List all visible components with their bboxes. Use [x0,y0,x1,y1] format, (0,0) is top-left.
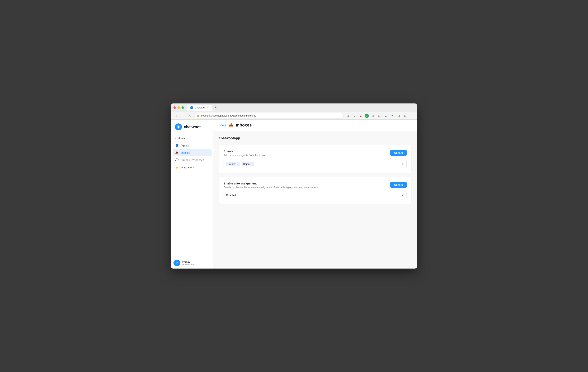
agents-section: Agents Add or remove agents from this in… [219,145,411,173]
sidebar-footer: P Pranav Administrator ⋮ [171,257,213,268]
logo-text: chatwoot [184,125,201,129]
extension-bars-button[interactable]: ⊟ [403,113,408,118]
address-bar-container: 🔒 [194,113,344,118]
close-button[interactable] [173,106,176,109]
svg-point-1 [178,126,179,128]
agent-tag-pranav: Pranav ✕ [226,162,240,166]
nav-bar: ‹ › ↻ 🔒 ⊡ 🛡 ▲ G ⊡ ⊡ Z ▼ ⊡ ⊟ ⋮ [171,112,417,120]
maximize-button[interactable] [181,106,184,109]
sidebar-item-label-canned: Canned Responses [181,159,204,162]
integrations-icon: ⚡ [175,166,179,169]
agent-tag-sojan-remove[interactable]: ✕ [251,163,252,165]
sidebar-item-inboxes[interactable]: 📥 Inboxes [173,149,212,156]
sidebar: chatwoot ‹ Home 👤 Agents 📥 Inboxes 💬 Ca [171,120,213,268]
auto-assignment-update-button[interactable]: Update [390,182,407,188]
sidebar-logo: chatwoot [171,120,213,135]
traffic-lights [173,106,184,109]
agent-tag-sojan: Sojan ✕ [242,162,254,166]
tab-bar: Chatwoot ✕ + [187,105,415,111]
inboxes-icon: 📥 [175,151,179,155]
bookmark-button[interactable]: ⊡ [345,113,350,118]
sidebar-item-integrations[interactable]: ⚡ Integrations [173,164,212,171]
home-icon: ‹ [175,137,176,140]
back-nav-button[interactable]: ‹ [173,113,179,118]
agents-dropdown-arrow: ▼ [401,163,404,166]
nav-actions: ⊡ 🛡 ▲ G ⊡ ⊡ Z ▼ ⊡ ⊟ ⋮ [345,113,415,118]
agents-section-info: Agents Add or remove agents from this in… [224,150,265,157]
agent-tag-sojan-name: Sojan [243,163,250,165]
page-header: ‹ Back 📥 Inboxes [213,120,417,131]
sidebar-item-label-home: Home [178,137,185,140]
browser-window: Chatwoot ✕ + ‹ › ↻ 🔒 ⊡ 🛡 ▲ G ⊡ ⊡ Z ▼ ⊡ ⊟… [171,104,417,268]
user-name: Pranav [182,260,206,263]
agents-section-header: Agents Add or remove agents from this in… [224,150,407,157]
active-tab[interactable]: Chatwoot ✕ [187,105,212,111]
agents-field[interactable]: Pranav ✕ Sojan ✕ ▼ [224,160,407,168]
lock-icon: 🔒 [197,114,200,117]
auto-assignment-desc: Enable or disable the automatic assignme… [224,186,318,189]
auto-assignment-header: Enable auto assignment Enable or disable… [224,182,407,189]
status-select[interactable]: Enabled Disabled [224,192,407,199]
main-content: ‹ Back 📥 Inboxes chatwootapp Agents Add … [213,120,417,268]
app-container: chatwoot ‹ Home 👤 Agents 📥 Inboxes 💬 Ca [171,120,417,268]
forward-nav-button: › [180,113,186,118]
extension-button-3[interactable]: ⊡ [377,113,382,118]
extension-g-button[interactable]: G [365,114,369,118]
download-icon: 📥 [229,123,233,128]
avatar-letter: P [176,261,178,265]
menu-button[interactable]: ⋮ [409,113,415,118]
refresh-button[interactable]: ↻ [187,113,193,118]
sidebar-item-home[interactable]: ‹ Home [173,135,212,142]
agent-tag-pranav-name: Pranav [228,163,235,165]
sidebar-item-agents[interactable]: 👤 Agents [173,142,212,149]
canned-responses-icon: 💬 [175,158,179,162]
address-bar[interactable] [200,114,341,117]
user-role: Administrator [182,263,206,266]
auto-assignment-section: Enable auto assignment Enable or disable… [219,177,411,204]
tab-title: Chatwoot [195,106,205,109]
agents-icon: 👤 [175,144,179,147]
back-link[interactable]: ‹ Back [219,124,226,127]
agent-tag-pranav-remove[interactable]: ✕ [237,163,239,165]
new-tab-button[interactable]: + [213,106,218,110]
sidebar-item-label-agents: Agents [181,144,189,147]
title-bar: Chatwoot ✕ + [171,104,417,112]
inbox-name: chatwootapp [219,136,411,140]
tab-close-button[interactable]: ✕ [207,106,209,109]
alert-icon[interactable]: ▲ [358,113,363,118]
extension-z-button[interactable]: Z [383,113,388,118]
agents-section-desc: Add or remove agents from this inbox [224,154,265,157]
avatar: P [173,260,180,266]
sidebar-item-label-integrations: Integrations [181,166,195,169]
page-title: Inboxes [236,123,252,128]
sidebar-item-label-inboxes: Inboxes [181,151,190,154]
sidebar-nav: ‹ Home 👤 Agents 📥 Inboxes 💬 Canned Respo… [171,135,213,257]
minimize-button[interactable] [178,106,180,109]
status-select-container: Enabled Disabled ▼ [224,192,407,199]
auto-assignment-title: Enable auto assignment [224,182,318,185]
agents-section-title: Agents [224,150,265,153]
shield-icon[interactable]: 🛡 [352,113,357,118]
user-info: Pranav Administrator [182,260,206,266]
extension-l-button[interactable]: ⊡ [396,113,401,118]
user-more-button[interactable]: ⋮ [208,261,211,265]
auto-assignment-info: Enable auto assignment Enable or disable… [224,182,318,189]
extension-button-2[interactable]: ⊡ [370,113,375,118]
tab-favicon [190,106,193,109]
content-body: chatwootapp Agents Add or remove agents … [213,131,417,268]
extension-v-button[interactable]: ▼ [389,113,395,118]
agents-update-button[interactable]: Update [390,150,407,156]
sidebar-item-canned-responses[interactable]: 💬 Canned Responses [173,157,212,164]
logo-icon [175,123,182,130]
